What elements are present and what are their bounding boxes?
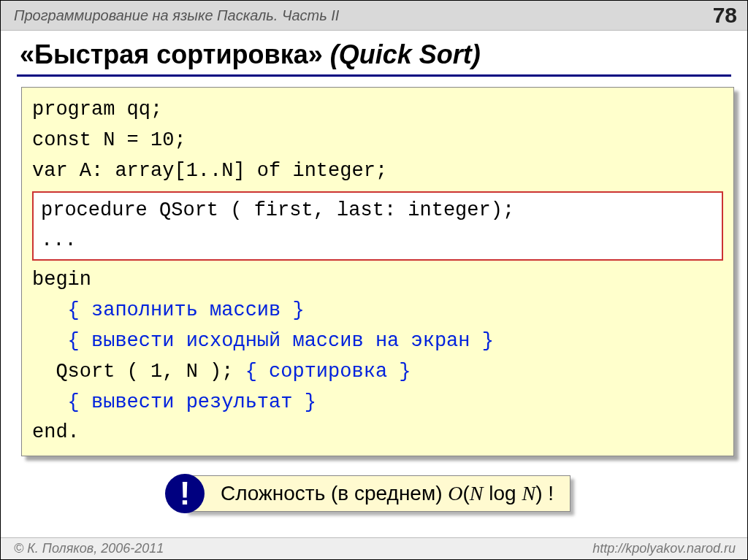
code-line: begin <box>32 265 723 296</box>
code-line: const N = 10; <box>32 126 723 156</box>
footer-bar: © К. Поляков, 2006-2011 http://kpolyakov… <box>1 537 747 559</box>
highlighted-proc-box: procedure QSort ( first, last: integer);… <box>32 191 723 261</box>
log: log <box>484 482 522 505</box>
slide: Программирование на языке Паскаль. Часть… <box>0 0 748 560</box>
code-line: program qq; <box>32 95 723 126</box>
code-comment: { сортировка } <box>245 361 411 383</box>
paren: ( <box>463 482 470 505</box>
code-line: var A: array[1..N] of integer; <box>32 156 723 187</box>
code-area: program qq; const N = 10; var A: array[1… <box>1 87 747 512</box>
code-box: program qq; const N = 10; var A: array[1… <box>21 87 734 456</box>
page-number: 78 <box>713 3 737 28</box>
slide-title: «Быстрая сортировка» (Quick Sort) <box>1 31 747 74</box>
code-line: Qsort ( 1, N ); { сортировка } <box>32 357 723 388</box>
exclamation-badge: ! <box>165 474 205 513</box>
footer-url: http://kpolyakov.narod.ru <box>592 541 736 556</box>
code-line: ... <box>41 226 714 256</box>
copyright: © К. Поляков, 2006-2011 <box>14 541 164 556</box>
var-N: N <box>470 482 484 505</box>
trailing-bang: ! <box>542 482 554 505</box>
title-sub: (Quick Sort) <box>330 39 481 69</box>
code-fragment: Qsort ( 1, N ); <box>32 361 245 383</box>
bigO: O <box>448 482 462 505</box>
code-comment: { вывести результат } <box>32 388 723 418</box>
var-N: N <box>522 482 535 505</box>
code-comment: { заполнить массив } <box>32 296 723 326</box>
complexity-box: ! Сложность (в среднем) O(N log N) ! <box>185 475 570 512</box>
code-line: end. <box>32 418 723 448</box>
code-comment: { вывести исходный массив на экран } <box>32 326 723 357</box>
title-rule <box>17 74 731 77</box>
complexity-row: ! Сложность (в среднем) O(N log N) ! <box>21 475 734 512</box>
header-bar: Программирование на языке Паскаль. Часть… <box>1 1 747 31</box>
code-line: procedure QSort ( first, last: integer); <box>41 196 714 226</box>
breadcrumb: Программирование на языке Паскаль. Часть… <box>14 7 339 24</box>
complexity-text: Сложность (в среднем) <box>221 482 448 505</box>
title-main: «Быстрая сортировка» <box>20 39 323 69</box>
